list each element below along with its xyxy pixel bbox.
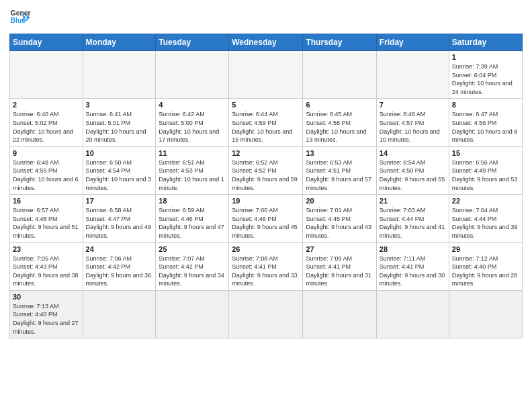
day-number: 11 <box>159 149 226 157</box>
calendar-cell: 28Sunrise: 7:11 AM Sunset: 4:41 PM Dayli… <box>376 242 449 290</box>
calendar-cell <box>10 51 83 99</box>
day-number: 18 <box>159 197 226 205</box>
calendar-table: SundayMondayTuesdayWednesdayThursdayFrid… <box>9 34 523 338</box>
calendar-cell: 24Sunrise: 7:06 AM Sunset: 4:42 PM Dayli… <box>83 242 156 290</box>
day-info: Sunrise: 7:00 AM Sunset: 4:46 PM Dayligh… <box>232 206 300 240</box>
day-info: Sunrise: 6:46 AM Sunset: 4:57 PM Dayligh… <box>380 110 446 144</box>
day-number: 17 <box>86 197 153 205</box>
calendar-cell: 29Sunrise: 7:12 AM Sunset: 4:40 PM Dayli… <box>449 242 522 290</box>
day-number: 7 <box>380 101 446 109</box>
day-number: 6 <box>306 101 373 109</box>
calendar-cell: 19Sunrise: 7:00 AM Sunset: 4:46 PM Dayli… <box>229 195 303 242</box>
logo-icon: General Blue <box>9 7 31 28</box>
calendar-cell: 12Sunrise: 6:52 AM Sunset: 4:52 PM Dayli… <box>229 146 303 194</box>
week-row-4: 16Sunrise: 6:57 AM Sunset: 4:48 PM Dayli… <box>10 195 523 242</box>
day-info: Sunrise: 7:01 AM Sunset: 4:45 PM Dayligh… <box>306 206 373 240</box>
calendar-cell: 26Sunrise: 7:08 AM Sunset: 4:41 PM Dayli… <box>229 242 303 290</box>
calendar-cell: 11Sunrise: 6:51 AM Sunset: 4:53 PM Dayli… <box>156 146 229 194</box>
day-info: Sunrise: 6:59 AM Sunset: 4:46 PM Dayligh… <box>159 206 226 240</box>
day-number: 1 <box>452 53 519 61</box>
day-info: Sunrise: 7:08 AM Sunset: 4:41 PM Dayligh… <box>232 255 300 288</box>
day-info: Sunrise: 6:58 AM Sunset: 4:47 PM Dayligh… <box>86 206 153 240</box>
day-number: 2 <box>13 101 80 109</box>
day-info: Sunrise: 6:51 AM Sunset: 4:53 PM Dayligh… <box>159 158 226 192</box>
day-number: 3 <box>86 101 153 109</box>
calendar-cell: 20Sunrise: 7:01 AM Sunset: 4:45 PM Dayli… <box>303 195 376 242</box>
calendar-cell: 25Sunrise: 7:07 AM Sunset: 4:42 PM Dayli… <box>156 242 229 290</box>
calendar-cell: 23Sunrise: 7:05 AM Sunset: 4:43 PM Dayli… <box>10 242 83 290</box>
day-number: 8 <box>452 101 519 109</box>
week-row-5: 23Sunrise: 7:05 AM Sunset: 4:43 PM Dayli… <box>10 242 523 290</box>
week-row-3: 9Sunrise: 6:48 AM Sunset: 4:55 PM Daylig… <box>10 146 523 194</box>
page: General Blue SundayMondayTuesdayWednesda… <box>0 0 532 411</box>
day-number: 21 <box>380 197 446 205</box>
day-number: 12 <box>232 149 300 157</box>
day-number: 26 <box>232 245 300 253</box>
calendar-cell: 30Sunrise: 7:13 AM Sunset: 4:40 PM Dayli… <box>10 290 83 338</box>
calendar-cell <box>303 290 376 338</box>
calendar-cell <box>229 290 303 338</box>
calendar-cell <box>156 51 229 99</box>
day-number: 27 <box>306 245 373 253</box>
week-row-2: 2Sunrise: 6:40 AM Sunset: 5:02 PM Daylig… <box>10 99 523 146</box>
weekday-header-sunday: Sunday <box>10 34 83 51</box>
calendar-cell: 6Sunrise: 6:45 AM Sunset: 4:58 PM Daylig… <box>303 99 376 146</box>
day-number: 25 <box>159 245 226 253</box>
day-info: Sunrise: 6:52 AM Sunset: 4:52 PM Dayligh… <box>232 158 300 192</box>
day-info: Sunrise: 7:04 AM Sunset: 4:44 PM Dayligh… <box>452 206 519 240</box>
day-info: Sunrise: 7:07 AM Sunset: 4:42 PM Dayligh… <box>159 255 226 288</box>
calendar-cell: 27Sunrise: 7:09 AM Sunset: 4:41 PM Dayli… <box>303 242 376 290</box>
weekday-header-row: SundayMondayTuesdayWednesdayThursdayFrid… <box>10 34 523 51</box>
day-number: 30 <box>13 293 80 301</box>
calendar-cell: 13Sunrise: 6:53 AM Sunset: 4:51 PM Dayli… <box>303 146 376 194</box>
calendar-cell: 5Sunrise: 6:44 AM Sunset: 4:59 PM Daylig… <box>229 99 303 146</box>
day-info: Sunrise: 6:44 AM Sunset: 4:59 PM Dayligh… <box>232 110 300 144</box>
day-info: Sunrise: 7:13 AM Sunset: 4:40 PM Dayligh… <box>13 302 80 336</box>
day-info: Sunrise: 7:12 AM Sunset: 4:40 PM Dayligh… <box>452 255 519 288</box>
header: General Blue <box>9 7 523 28</box>
day-info: Sunrise: 6:53 AM Sunset: 4:51 PM Dayligh… <box>306 158 373 192</box>
day-number: 23 <box>13 245 80 253</box>
day-info: Sunrise: 6:56 AM Sunset: 4:49 PM Dayligh… <box>452 158 519 192</box>
weekday-header-monday: Monday <box>83 34 156 51</box>
calendar-cell <box>229 51 303 99</box>
day-info: Sunrise: 7:11 AM Sunset: 4:41 PM Dayligh… <box>380 255 446 288</box>
day-number: 28 <box>380 245 446 253</box>
calendar-cell: 22Sunrise: 7:04 AM Sunset: 4:44 PM Dayli… <box>449 195 522 242</box>
calendar-cell: 2Sunrise: 6:40 AM Sunset: 5:02 PM Daylig… <box>10 99 83 146</box>
day-number: 9 <box>13 149 80 157</box>
weekday-header-thursday: Thursday <box>303 34 376 51</box>
day-info: Sunrise: 6:48 AM Sunset: 4:55 PM Dayligh… <box>13 158 80 192</box>
calendar-cell: 18Sunrise: 6:59 AM Sunset: 4:46 PM Dayli… <box>156 195 229 242</box>
calendar-cell: 1Sunrise: 7:39 AM Sunset: 6:04 PM Daylig… <box>449 51 522 99</box>
day-number: 29 <box>452 245 519 253</box>
day-info: Sunrise: 7:39 AM Sunset: 6:04 PM Dayligh… <box>452 62 519 96</box>
day-info: Sunrise: 6:40 AM Sunset: 5:02 PM Dayligh… <box>13 110 80 144</box>
weekday-header-saturday: Saturday <box>449 34 522 51</box>
logo: General Blue <box>9 7 31 28</box>
weekday-header-tuesday: Tuesday <box>156 34 229 51</box>
calendar-cell <box>303 51 376 99</box>
day-number: 13 <box>306 149 373 157</box>
day-info: Sunrise: 6:41 AM Sunset: 5:01 PM Dayligh… <box>86 110 153 144</box>
day-number: 20 <box>306 197 373 205</box>
calendar-cell: 10Sunrise: 6:50 AM Sunset: 4:54 PM Dayli… <box>83 146 156 194</box>
day-number: 4 <box>159 101 226 109</box>
calendar-cell: 14Sunrise: 6:54 AM Sunset: 4:50 PM Dayli… <box>376 146 449 194</box>
day-number: 19 <box>232 197 300 205</box>
day-info: Sunrise: 7:06 AM Sunset: 4:42 PM Dayligh… <box>86 255 153 288</box>
calendar-cell: 3Sunrise: 6:41 AM Sunset: 5:01 PM Daylig… <box>83 99 156 146</box>
day-info: Sunrise: 6:50 AM Sunset: 4:54 PM Dayligh… <box>86 158 153 192</box>
calendar-cell: 15Sunrise: 6:56 AM Sunset: 4:49 PM Dayli… <box>449 146 522 194</box>
calendar-cell: 21Sunrise: 7:03 AM Sunset: 4:44 PM Dayli… <box>376 195 449 242</box>
day-number: 22 <box>452 197 519 205</box>
day-number: 10 <box>86 149 153 157</box>
day-number: 15 <box>452 149 519 157</box>
day-info: Sunrise: 7:05 AM Sunset: 4:43 PM Dayligh… <box>13 255 80 288</box>
weekday-header-friday: Friday <box>376 34 449 51</box>
calendar-cell <box>83 51 156 99</box>
weekday-header-wednesday: Wednesday <box>229 34 303 51</box>
day-info: Sunrise: 6:54 AM Sunset: 4:50 PM Dayligh… <box>380 158 446 192</box>
calendar-cell: 7Sunrise: 6:46 AM Sunset: 4:57 PM Daylig… <box>376 99 449 146</box>
calendar-cell: 8Sunrise: 6:47 AM Sunset: 4:56 PM Daylig… <box>449 99 522 146</box>
